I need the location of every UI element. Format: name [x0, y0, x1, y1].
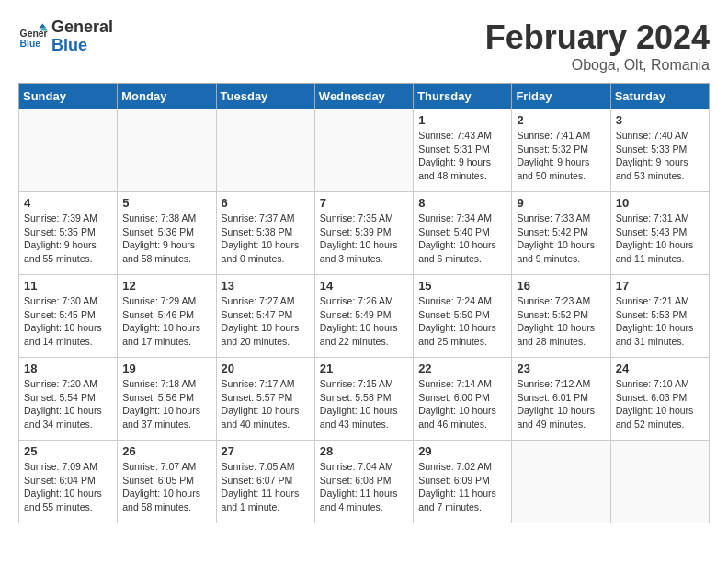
calendar-cell: 29 Sunrise: 7:02 AMSunset: 6:09 PMDaylig…: [414, 441, 512, 523]
day-number: 2: [517, 113, 605, 127]
day-number: 5: [122, 196, 210, 210]
logo-general-text: General: [51, 18, 113, 37]
day-detail: Sunrise: 7:31 AMSunset: 5:43 PMDaylight:…: [616, 212, 704, 266]
week-row-2: 4 Sunrise: 7:39 AMSunset: 5:35 PMDayligh…: [19, 192, 710, 275]
day-detail: Sunrise: 7:02 AMSunset: 6:09 PMDaylight:…: [418, 460, 506, 514]
day-number: 10: [616, 196, 704, 210]
calendar-cell: 8 Sunrise: 7:34 AMSunset: 5:40 PMDayligh…: [414, 192, 512, 275]
calendar-cell: 10 Sunrise: 7:31 AMSunset: 5:43 PMDaylig…: [610, 192, 709, 275]
day-number: 24: [616, 362, 704, 375]
day-number: 3: [616, 113, 704, 127]
day-detail: Sunrise: 7:09 AMSunset: 6:04 PMDaylight:…: [24, 460, 112, 514]
logo-blue-text: Blue: [51, 37, 113, 55]
day-detail: Sunrise: 7:37 AMSunset: 5:38 PMDaylight:…: [222, 212, 310, 266]
day-number: 18: [24, 362, 112, 375]
day-detail: Sunrise: 7:20 AMSunset: 5:54 PMDaylight:…: [24, 377, 112, 431]
weekday-header-friday: Friday: [512, 84, 610, 109]
calendar-cell: 17 Sunrise: 7:21 AMSunset: 5:53 PMDaylig…: [610, 275, 709, 358]
day-detail: Sunrise: 7:43 AMSunset: 5:31 PMDaylight:…: [418, 129, 506, 183]
day-detail: Sunrise: 7:38 AMSunset: 5:36 PMDaylight:…: [122, 212, 210, 266]
day-detail: Sunrise: 7:18 AMSunset: 5:56 PMDaylight:…: [122, 377, 210, 431]
day-detail: Sunrise: 7:34 AMSunset: 5:40 PMDaylight:…: [418, 212, 506, 266]
calendar-cell: 4 Sunrise: 7:39 AMSunset: 5:35 PMDayligh…: [19, 192, 118, 275]
calendar-cell: 13 Sunrise: 7:27 AMSunset: 5:47 PMDaylig…: [216, 275, 314, 358]
svg-text:Blue: Blue: [20, 39, 41, 49]
location: Oboga, Olt, Romania: [485, 57, 710, 74]
day-number: 15: [418, 279, 506, 293]
day-detail: Sunrise: 7:21 AMSunset: 5:53 PMDaylight:…: [616, 294, 704, 349]
week-row-3: 11 Sunrise: 7:30 AMSunset: 5:45 PMDaylig…: [19, 275, 710, 358]
month-title: February 2024: [485, 18, 710, 57]
day-number: 13: [222, 279, 310, 293]
calendar-cell: 22 Sunrise: 7:14 AMSunset: 6:00 PMDaylig…: [414, 358, 512, 441]
calendar-cell: 9 Sunrise: 7:33 AMSunset: 5:42 PMDayligh…: [512, 192, 610, 275]
calendar-cell: 2 Sunrise: 7:41 AMSunset: 5:32 PMDayligh…: [512, 109, 610, 192]
day-number: 22: [418, 362, 506, 375]
calendar-cell: 11 Sunrise: 7:30 AMSunset: 5:45 PMDaylig…: [19, 275, 118, 358]
weekday-header-tuesday: Tuesday: [216, 84, 314, 109]
day-number: 27: [222, 444, 310, 458]
day-number: 19: [122, 362, 210, 375]
day-number: 12: [122, 279, 210, 293]
day-detail: Sunrise: 7:40 AMSunset: 5:33 PMDaylight:…: [616, 129, 704, 183]
calendar-cell: 5 Sunrise: 7:38 AMSunset: 5:36 PMDayligh…: [118, 192, 216, 275]
day-number: 25: [24, 444, 112, 458]
day-detail: Sunrise: 7:10 AMSunset: 6:03 PMDaylight:…: [616, 377, 704, 431]
day-detail: Sunrise: 7:05 AMSunset: 6:07 PMDaylight:…: [222, 460, 310, 514]
calendar-cell: [216, 109, 314, 192]
day-detail: Sunrise: 7:26 AMSunset: 5:49 PMDaylight:…: [320, 294, 408, 349]
weekday-header-saturday: Saturday: [610, 84, 709, 109]
calendar-cell: 16 Sunrise: 7:23 AMSunset: 5:52 PMDaylig…: [512, 275, 610, 358]
calendar-cell: 3 Sunrise: 7:40 AMSunset: 5:33 PMDayligh…: [610, 109, 709, 192]
day-detail: Sunrise: 7:29 AMSunset: 5:46 PMDaylight:…: [122, 294, 210, 349]
calendar-cell: 12 Sunrise: 7:29 AMSunset: 5:46 PMDaylig…: [118, 275, 216, 358]
calendar-cell: 26 Sunrise: 7:07 AMSunset: 6:05 PMDaylig…: [118, 441, 216, 523]
day-number: 6: [222, 196, 310, 210]
calendar-cell: 7 Sunrise: 7:35 AMSunset: 5:39 PMDayligh…: [314, 192, 413, 275]
calendar-cell: 28 Sunrise: 7:04 AMSunset: 6:08 PMDaylig…: [314, 441, 413, 523]
logo-icon: General Blue: [18, 22, 48, 52]
day-number: 26: [122, 444, 210, 458]
svg-marker-2: [39, 23, 46, 28]
day-number: 16: [517, 279, 605, 293]
calendar-cell: [610, 441, 709, 523]
day-detail: Sunrise: 7:17 AMSunset: 5:57 PMDaylight:…: [222, 377, 310, 431]
day-detail: Sunrise: 7:35 AMSunset: 5:39 PMDaylight:…: [320, 212, 408, 266]
day-detail: Sunrise: 7:33 AMSunset: 5:42 PMDaylight:…: [517, 212, 605, 266]
day-detail: Sunrise: 7:30 AMSunset: 5:45 PMDaylight:…: [24, 294, 112, 349]
calendar-cell: 6 Sunrise: 7:37 AMSunset: 5:38 PMDayligh…: [216, 192, 314, 275]
day-detail: Sunrise: 7:12 AMSunset: 6:01 PMDaylight:…: [517, 377, 605, 431]
title-block: February 2024 Oboga, Olt, Romania: [485, 18, 710, 74]
calendar-cell: 14 Sunrise: 7:26 AMSunset: 5:49 PMDaylig…: [314, 275, 413, 358]
day-detail: Sunrise: 7:27 AMSunset: 5:47 PMDaylight:…: [222, 294, 310, 349]
calendar-cell: [512, 441, 610, 523]
calendar-cell: 18 Sunrise: 7:20 AMSunset: 5:54 PMDaylig…: [19, 358, 118, 441]
day-detail: Sunrise: 7:07 AMSunset: 6:05 PMDaylight:…: [122, 460, 210, 514]
calendar-cell: [118, 109, 216, 192]
day-detail: Sunrise: 7:39 AMSunset: 5:35 PMDaylight:…: [24, 212, 112, 266]
page-header: General Blue General Blue February 2024 …: [18, 18, 710, 74]
calendar-cell: 24 Sunrise: 7:10 AMSunset: 6:03 PMDaylig…: [610, 358, 709, 441]
calendar-cell: 19 Sunrise: 7:18 AMSunset: 5:56 PMDaylig…: [118, 358, 216, 441]
day-detail: Sunrise: 7:04 AMSunset: 6:08 PMDaylight:…: [320, 460, 408, 514]
calendar-cell: [19, 109, 118, 192]
day-detail: Sunrise: 7:15 AMSunset: 5:58 PMDaylight:…: [320, 377, 408, 431]
day-number: 20: [222, 362, 310, 375]
week-row-5: 25 Sunrise: 7:09 AMSunset: 6:04 PMDaylig…: [19, 441, 710, 523]
calendar-cell: 20 Sunrise: 7:17 AMSunset: 5:57 PMDaylig…: [216, 358, 314, 441]
day-number: 9: [517, 196, 605, 210]
calendar-cell: 25 Sunrise: 7:09 AMSunset: 6:04 PMDaylig…: [19, 441, 118, 523]
week-row-1: 1 Sunrise: 7:43 AMSunset: 5:31 PMDayligh…: [19, 109, 710, 192]
weekday-header-monday: Monday: [118, 84, 216, 109]
calendar-cell: 21 Sunrise: 7:15 AMSunset: 5:58 PMDaylig…: [314, 358, 413, 441]
day-number: 23: [517, 362, 605, 375]
calendar-cell: 27 Sunrise: 7:05 AMSunset: 6:07 PMDaylig…: [216, 441, 314, 523]
day-number: 28: [320, 444, 408, 458]
calendar-table: SundayMondayTuesdayWednesdayThursdayFrid…: [18, 83, 710, 523]
day-number: 14: [320, 279, 408, 293]
weekday-header-sunday: Sunday: [19, 84, 118, 109]
day-detail: Sunrise: 7:41 AMSunset: 5:32 PMDaylight:…: [517, 129, 605, 183]
day-number: 21: [320, 362, 408, 375]
day-number: 17: [616, 279, 704, 293]
calendar-cell: [314, 109, 413, 192]
